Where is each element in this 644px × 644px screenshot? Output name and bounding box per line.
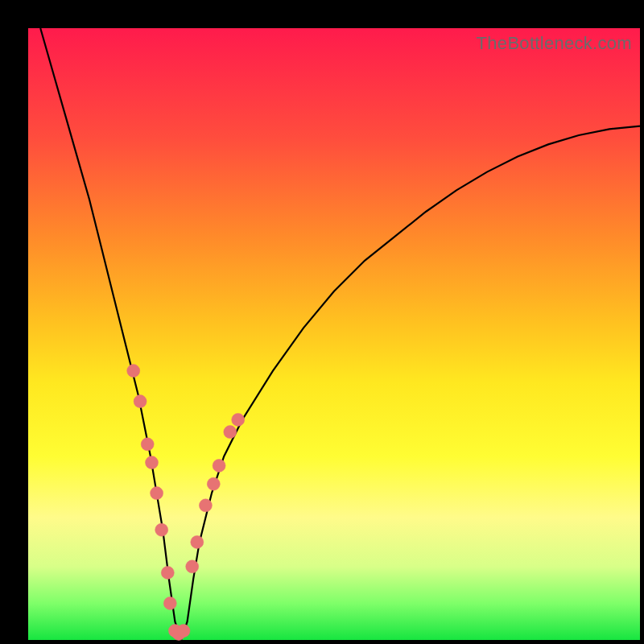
curve-marker [163,597,176,609]
curve-marker [224,426,237,439]
curve-marker [199,499,212,512]
curve-marker [141,438,154,451]
curve-marker [213,459,225,472]
curve-svg [28,28,640,640]
plot-area: TheBottleneck.com [28,28,640,640]
curve-marker [232,413,245,426]
curve-marker [191,535,204,548]
curve-marker [151,487,163,500]
chart-frame: TheBottleneck.com [0,0,644,644]
curve-marker [127,365,140,378]
curve-marker [134,395,147,408]
curve-marker [161,566,174,579]
curve-marker [207,477,220,490]
bottleneck-curve [40,28,640,640]
curve-marker [155,523,168,536]
curve-marker [177,625,190,638]
curve-marker [146,456,159,469]
marker-group [127,365,245,641]
curve-marker [186,560,199,573]
